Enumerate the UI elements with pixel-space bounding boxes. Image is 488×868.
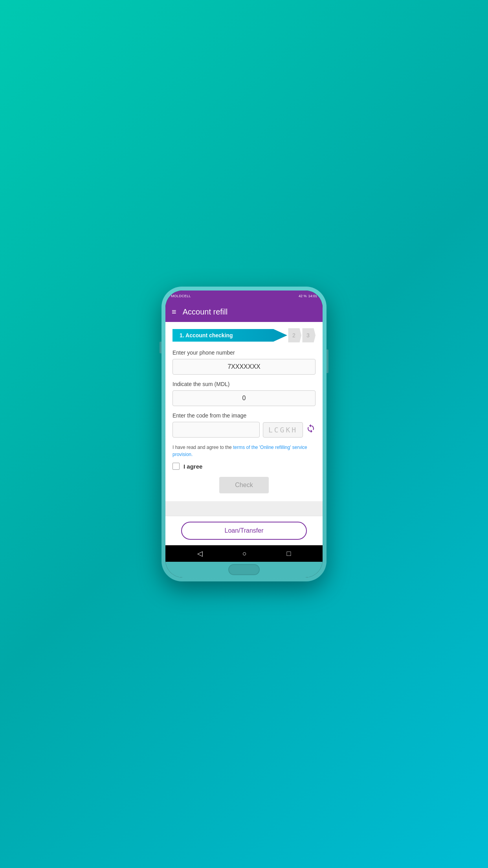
phone-screen: MOLDCELL 42 % 14:01 ≡ Account refill 1. …: [165, 291, 323, 577]
status-bar: MOLDCELL 42 % 14:01: [165, 291, 323, 302]
recent-nav-icon[interactable]: □: [286, 550, 291, 558]
home-button-area: [165, 562, 323, 577]
navigation-bar: ◁ ○ □: [165, 545, 323, 562]
battery-text: 42 %: [299, 294, 307, 298]
terms-text: I have read and agree to the terms of th…: [172, 444, 316, 458]
volume-button-right: [327, 349, 328, 373]
captcha-label: Enter the code from the image: [172, 412, 316, 419]
step-1-active: 1. Account checking: [172, 329, 287, 342]
sum-label: Indicate the sum (MDL): [172, 381, 316, 387]
agree-checkbox[interactable]: [172, 463, 180, 470]
page-title: Account refill: [183, 307, 228, 316]
bottom-area: Loan/Transfer: [165, 516, 323, 545]
step-indicator: 1. Account checking 2 3: [172, 328, 316, 342]
phone-device: MOLDCELL 42 % 14:01 ≡ Account refill 1. …: [161, 287, 327, 581]
agree-label: I agree: [183, 463, 202, 470]
hamburger-icon[interactable]: ≡: [172, 307, 176, 316]
phone-input[interactable]: [172, 359, 316, 375]
volume-button-left: [160, 342, 161, 353]
gray-spacer: [165, 501, 323, 516]
loan-transfer-button[interactable]: Loan/Transfer: [181, 522, 307, 540]
agree-row: I agree: [172, 463, 316, 470]
captcha-input[interactable]: [172, 422, 260, 438]
step-3-inactive: 3: [301, 328, 316, 342]
sum-input[interactable]: [172, 390, 316, 406]
captcha-image: LCGKH: [263, 422, 303, 438]
main-content: 1. Account checking 2 3 Enter your phone…: [165, 322, 323, 545]
form-card: 1. Account checking 2 3 Enter your phone…: [165, 322, 323, 501]
time-text: 14:01: [308, 294, 317, 298]
step-2-inactive: 2: [286, 328, 301, 342]
captcha-row: LCGKH: [172, 422, 316, 438]
home-button[interactable]: [228, 564, 260, 575]
home-nav-icon[interactable]: ○: [242, 550, 247, 558]
phone-label: Enter your phone number: [172, 349, 316, 356]
refresh-captcha-button[interactable]: [306, 424, 316, 436]
carrier-text: MOLDCELL: [171, 294, 191, 298]
check-button[interactable]: Check: [219, 477, 268, 493]
status-right: 42 % 14:01: [299, 294, 317, 298]
app-header: ≡ Account refill: [165, 302, 323, 322]
back-nav-icon[interactable]: ◁: [197, 549, 203, 558]
